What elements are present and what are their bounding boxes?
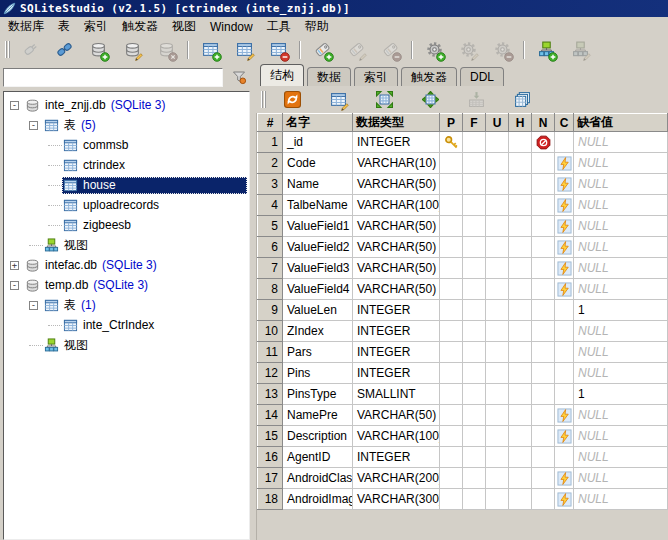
default-value-cell[interactable]: NULL [574, 468, 668, 489]
menu-item-5[interactable]: Window [203, 19, 260, 35]
row-number-cell[interactable]: 1 [258, 132, 283, 153]
edit-table-button[interactable] [232, 38, 256, 62]
new-index-button[interactable] [310, 38, 334, 62]
data-type-cell[interactable]: VARCHAR(100) [353, 426, 440, 447]
not-null-cell[interactable] [532, 342, 555, 363]
data-type-cell[interactable]: VARCHAR(300) [353, 489, 440, 510]
hidden-cell[interactable] [509, 321, 532, 342]
not-null-cell[interactable] [532, 153, 555, 174]
menu-item-6[interactable]: 工具 [260, 17, 298, 36]
primary-key-cell[interactable] [440, 174, 463, 195]
menu-item-2[interactable]: 索引 [77, 17, 115, 36]
default-value-cell[interactable]: NULL [574, 405, 668, 426]
collate-cell[interactable] [555, 258, 574, 279]
collate-cell[interactable] [555, 426, 574, 447]
collate-cell[interactable] [555, 447, 574, 468]
menu-item-3[interactable]: 触发器 [115, 17, 165, 36]
new-table-button[interactable] [198, 38, 222, 62]
feather-icon[interactable] [3, 2, 16, 15]
default-value-cell[interactable]: 1 [574, 300, 668, 321]
foreign-key-cell[interactable] [463, 489, 486, 510]
foreign-key-cell[interactable] [463, 384, 486, 405]
primary-key-cell[interactable] [440, 426, 463, 447]
collate-cell[interactable] [555, 363, 574, 384]
column-name-cell[interactable]: ValueField3 [283, 258, 353, 279]
collate-cell[interactable] [555, 468, 574, 489]
data-type-cell[interactable]: VARCHAR(100) [353, 195, 440, 216]
disconnect-button[interactable] [52, 38, 76, 62]
row-number-cell[interactable]: 14 [258, 405, 283, 426]
hidden-cell[interactable] [509, 216, 532, 237]
primary-key-cell[interactable] [440, 405, 463, 426]
row-number-cell[interactable]: 12 [258, 363, 283, 384]
default-value-cell[interactable]: NULL [574, 258, 668, 279]
unique-cell[interactable] [486, 447, 509, 468]
tab-触发器[interactable]: 触发器 [401, 67, 457, 86]
foreign-key-cell[interactable] [463, 300, 486, 321]
primary-key-cell[interactable] [440, 216, 463, 237]
not-null-cell[interactable] [532, 258, 555, 279]
collate-cell[interactable] [555, 174, 574, 195]
hidden-cell[interactable] [509, 405, 532, 426]
primary-key-cell[interactable] [440, 447, 463, 468]
tree-item-uploadrecords[interactable]: uploadrecords [4, 195, 249, 215]
menu-item-1[interactable]: 表 [51, 17, 77, 36]
unique-cell[interactable] [486, 405, 509, 426]
column-name-cell[interactable]: TalbeName [283, 195, 353, 216]
hidden-cell[interactable] [509, 447, 532, 468]
default-value-cell[interactable]: 1 [574, 384, 668, 405]
unique-cell[interactable] [486, 342, 509, 363]
hidden-cell[interactable] [509, 237, 532, 258]
default-value-cell[interactable]: NULL [574, 321, 668, 342]
primary-key-cell[interactable] [440, 342, 463, 363]
foreign-key-cell[interactable] [463, 342, 486, 363]
column-name-cell[interactable]: Pars [283, 342, 353, 363]
collate-cell[interactable] [555, 237, 574, 258]
row-number-cell[interactable]: 16 [258, 447, 283, 468]
menu-item-4[interactable]: 视图 [165, 17, 203, 36]
add-database-button[interactable] [86, 38, 110, 62]
data-type-cell[interactable]: VARCHAR(50) [353, 258, 440, 279]
default-value-cell[interactable]: NULL [574, 279, 668, 300]
tab-索引[interactable]: 索引 [354, 67, 398, 86]
toolbar-grip[interactable] [261, 91, 266, 108]
foreign-key-cell[interactable] [463, 195, 486, 216]
row-number-cell[interactable]: 11 [258, 342, 283, 363]
collate-cell[interactable] [555, 153, 574, 174]
default-value-cell[interactable]: NULL [574, 132, 668, 153]
not-null-cell[interactable] [532, 447, 555, 468]
default-value-cell[interactable]: NULL [574, 195, 668, 216]
not-null-cell[interactable] [532, 384, 555, 405]
data-type-cell[interactable]: SMALLINT [353, 384, 440, 405]
foreign-key-cell[interactable] [463, 405, 486, 426]
data-type-cell[interactable]: INTEGER [353, 321, 440, 342]
default-value-cell[interactable]: NULL [574, 153, 668, 174]
collate-cell[interactable] [555, 489, 574, 510]
primary-key-cell[interactable] [440, 468, 463, 489]
data-type-cell[interactable]: VARCHAR(10) [353, 153, 440, 174]
drop-index-button[interactable] [378, 38, 402, 62]
not-null-cell[interactable] [532, 363, 555, 384]
unique-cell[interactable] [486, 468, 509, 489]
unique-cell[interactable] [486, 300, 509, 321]
column-name-cell[interactable]: PinsType [283, 384, 353, 405]
unique-cell[interactable] [486, 216, 509, 237]
default-value-cell[interactable]: NULL [574, 426, 668, 447]
hidden-cell[interactable] [509, 174, 532, 195]
row-number-cell[interactable]: 2 [258, 153, 283, 174]
export-table-button[interactable] [464, 88, 488, 112]
column-name-cell[interactable]: AndroidClass [283, 468, 353, 489]
unique-cell[interactable] [486, 195, 509, 216]
edit-table-structure-button[interactable] [326, 88, 350, 112]
unique-cell[interactable] [486, 153, 509, 174]
row-number-cell[interactable]: 7 [258, 258, 283, 279]
column-name-cell[interactable]: Description [283, 426, 353, 447]
not-null-cell[interactable] [532, 426, 555, 447]
collapse-box-icon[interactable]: - [29, 301, 38, 310]
data-type-cell[interactable]: VARCHAR(50) [353, 216, 440, 237]
tab-DDL[interactable]: DDL [460, 67, 504, 86]
edit-index-button[interactable] [344, 38, 368, 62]
default-value-cell[interactable]: NULL [574, 342, 668, 363]
unique-cell[interactable] [486, 132, 509, 153]
tree-item-视图[interactable]: 视图 [4, 235, 249, 255]
